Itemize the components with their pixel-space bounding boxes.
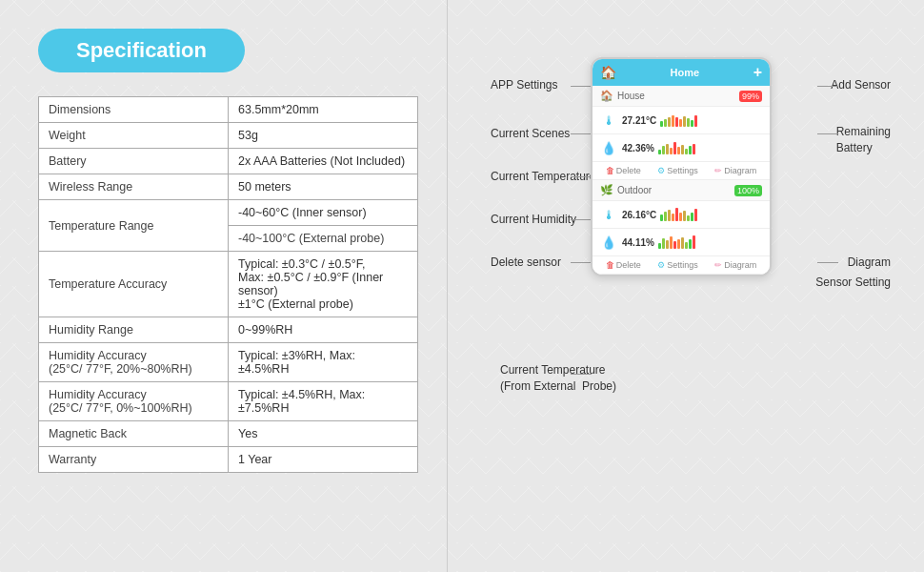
spec-label: Weight	[39, 123, 229, 149]
outdoor-section-row: 🌿 Outdoor 100%	[593, 180, 770, 201]
chart-bar	[683, 211, 686, 221]
label-delete-sensor: Delete sensor	[491, 255, 561, 269]
chart-bar	[666, 144, 669, 154]
phone-mockup: 🏠 Home + 🏠 House 99% 🌡 27.21°C	[591, 48, 772, 276]
settings-icon: ⚙	[657, 166, 665, 175]
spec-label: Wireless Range	[39, 174, 229, 200]
spec-value: -40~60°C (Inner sensor)	[229, 200, 418, 226]
house-name: House	[617, 91, 739, 101]
chart-bar	[662, 146, 665, 154]
spec-label: Humidity Accuracy (25°C/ 77°F, 20%~80%RH…	[39, 343, 229, 382]
chart-bar	[687, 215, 690, 221]
spec-value: 63.5mm*20mm	[229, 97, 418, 123]
delete-btn[interactable]: 🗑 Delete	[606, 166, 641, 175]
chart-bar	[662, 238, 665, 249]
chart-bar	[685, 242, 688, 249]
chart-bar	[666, 240, 669, 249]
table-row: Weight53g	[39, 123, 418, 149]
ext-humidity-icon: 💧	[600, 234, 617, 251]
spec-label: Magnetic Back	[39, 421, 229, 447]
ext-humidity-row: 💧 44.11%	[593, 229, 770, 256]
right-panel: APP Settings Current Scenes Current Temp…	[448, 0, 924, 572]
delete-btn-2[interactable]: 🗑 Delete	[606, 260, 641, 270]
diagram-icon: ✏	[714, 166, 722, 175]
spec-value: 50 meters	[229, 174, 418, 200]
outdoor-name: Outdoor	[617, 185, 734, 195]
connector-remaining-battery-right	[817, 133, 838, 134]
connector-app-settings	[571, 86, 592, 87]
settings-label-2: Settings	[667, 260, 698, 270]
chart-bar	[660, 121, 663, 127]
spec-value: Typical: ±4.5%RH, Max: ±7.5%RH	[229, 382, 418, 421]
settings-btn[interactable]: ⚙ Settings	[657, 166, 698, 175]
spec-label: Humidity Accuracy (25°C/ 77°F, 0%~100%RH…	[39, 382, 229, 421]
spec-label: Humidity Range	[39, 317, 229, 343]
left-panel: Specification Dimensions63.5mm*20mmWeigh…	[0, 0, 448, 572]
label-current-humidity: Current Humidity	[491, 213, 576, 226]
spec-value: Typical: ±0.3°C / ±0.5°F, Max: ±0.5°C / …	[229, 252, 418, 317]
chart-bar	[689, 146, 692, 154]
chart-bar	[660, 214, 663, 221]
spec-label: Temperature Accuracy	[39, 252, 229, 317]
house-section-row: 🏠 House 99%	[593, 86, 770, 107]
chart-bar	[670, 236, 673, 249]
temp2-chart	[660, 208, 713, 221]
delete-label: Delete	[616, 166, 641, 175]
connector-current-scenes	[571, 133, 592, 134]
spec-label: Warranty	[39, 447, 229, 473]
label-diagram: Diagram	[848, 255, 891, 269]
humidity-row: 💧 42.36%	[593, 134, 770, 162]
chart-bar	[658, 150, 661, 154]
connector-external-temp	[571, 374, 592, 375]
diagram-btn-2[interactable]: ✏ Diagram	[714, 260, 756, 270]
temp-icon: 🌡	[600, 112, 617, 129]
chart-bar	[694, 209, 697, 221]
spec-title-box: Specification	[38, 29, 245, 72]
settings-btn-2[interactable]: ⚙ Settings	[657, 260, 698, 270]
chart-bar	[691, 213, 693, 221]
settings-icon-2: ⚙	[657, 260, 665, 270]
chart-bar	[672, 115, 674, 127]
chart-bar	[677, 239, 680, 249]
chart-bar	[673, 241, 676, 249]
spec-table: Dimensions63.5mm*20mmWeight53gBattery2x …	[38, 96, 418, 473]
chart-bar	[685, 149, 688, 154]
spec-value: 1 Year	[229, 447, 418, 473]
chart-bar	[687, 118, 690, 127]
spec-label: Dimensions	[39, 97, 229, 123]
spec-value: 2x AAA Batteries (Not Included)	[229, 149, 418, 174]
connector-current-humidity	[571, 219, 592, 220]
spec-title: Specification	[76, 38, 207, 62]
table-row: Humidity Range0~99%RH	[39, 317, 418, 343]
humidity2-value: 44.11%	[622, 237, 654, 248]
humidity1-chart	[658, 141, 711, 154]
spec-value: Typical: ±3%RH, Max: ±4.5%RH	[229, 343, 418, 382]
connector-add-sensor-right	[817, 86, 838, 87]
chart-bar	[681, 237, 684, 249]
table-row: Wireless Range50 meters	[39, 174, 418, 200]
spec-value: -40~100°C (External probe)	[229, 226, 418, 252]
action-row-1: 🗑 Delete ⚙ Settings ✏ Diagram	[593, 162, 770, 180]
diagram-icon-2: ✏	[714, 260, 722, 270]
diagram-btn[interactable]: ✏ Diagram	[714, 166, 756, 175]
delete-icon-2: 🗑	[606, 260, 614, 270]
temp1-value: 27.21°C	[622, 115, 656, 126]
settings-label: Settings	[667, 166, 698, 175]
ext-temp-icon: 🌡	[600, 206, 617, 223]
table-row: Temperature AccuracyTypical: ±0.3°C / ±0…	[39, 252, 418, 317]
chart-bar	[693, 235, 695, 249]
diagram-label: Diagram	[724, 166, 756, 175]
chart-bar	[675, 208, 678, 221]
spec-label: Temperature Range	[39, 200, 229, 252]
diagram-label-2: Diagram	[724, 260, 756, 270]
chart-bar	[675, 117, 678, 127]
chart-bar	[677, 147, 680, 154]
spec-label: Battery	[39, 149, 229, 174]
ext-temp-row: 🌡 26.16°C	[593, 201, 770, 229]
home-icon: 🏠	[600, 65, 616, 80]
label-remaining-battery: RemainingBattery	[836, 124, 891, 156]
table-row: Dimensions63.5mm*20mm	[39, 97, 418, 123]
table-row: Humidity Accuracy (25°C/ 77°F, 20%~80%RH…	[39, 343, 418, 382]
chart-bar	[664, 119, 667, 127]
battery2-badge: 100%	[734, 185, 762, 196]
